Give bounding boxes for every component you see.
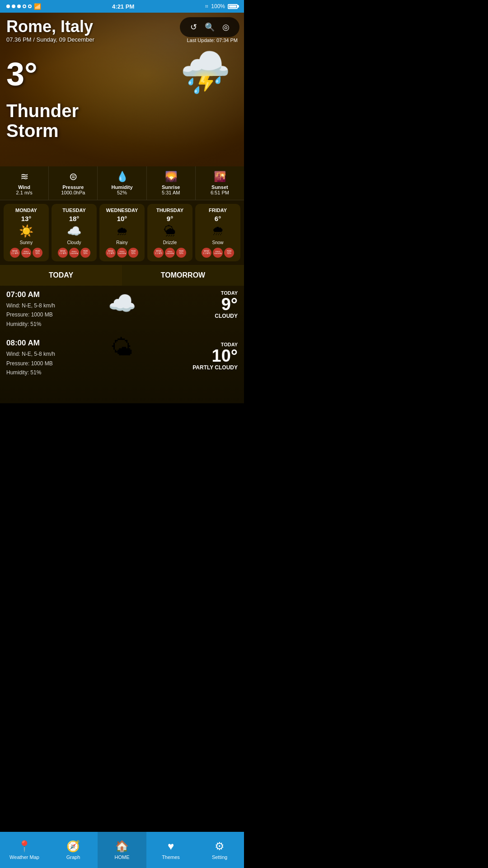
condition-display: Thunder Storm [6, 101, 79, 141]
monday-mini-stats: WIND2.1 M/S PRES1000HPA HUM52% [10, 248, 42, 258]
forecast-monday[interactable]: MONDAY 13° ☀️ Sunny WIND2.1 M/S PRES1000… [4, 204, 49, 261]
dot3 [17, 5, 21, 8]
mini-pressure: PRES1000HPA [69, 248, 79, 258]
battery-body [228, 4, 238, 9]
tab-tomorrow[interactable]: TOMORROW [122, 265, 244, 286]
mini-pressure: PRES1000HPA [165, 248, 175, 258]
right-cond-8am: PARTLY CLOUDY [192, 364, 238, 371]
tab-today[interactable]: TODAY [0, 265, 122, 286]
friday-cond: Snow [212, 240, 223, 245]
hero-section: ↺ 🔍 ◎ Last Update: 07:34 PM Rome, Italy … [0, 13, 244, 166]
friday-mini-stats: WIND2.1 M/S PRES1000HPA HUM52% [202, 248, 234, 258]
monday-cond: Sunny [20, 240, 33, 245]
tuesday-icon: ☁️ [67, 224, 81, 238]
monday-icon: ☀️ [19, 224, 33, 238]
forecast-thursday[interactable]: THURSDAY 9° 🌦 Drizzle WIND2.1 M/S PRES10… [147, 204, 192, 261]
right-cond-7am: CLOUDY [215, 313, 238, 319]
sunrise-icon: 🌄 [165, 171, 177, 183]
dot2 [12, 5, 15, 8]
forecast-friday[interactable]: FRIDAY 6° 🌨 Snow WIND2.1 M/S PRES1000HPA… [195, 204, 240, 261]
forecast-strip: MONDAY 13° ☀️ Sunny WIND2.1 M/S PRES1000… [0, 200, 244, 265]
thursday-icon: 🌦 [164, 224, 176, 238]
battery-icon [228, 4, 238, 9]
status-bar: 📶 4:21 PM ⌗ 100% [0, 0, 244, 13]
signal-dots [6, 5, 32, 8]
city-name: Rome, Italy [6, 17, 93, 36]
wifi-icon: 📶 [34, 3, 41, 10]
mini-humidity: HUM52% [224, 248, 234, 258]
tuesday-cond: Cloudy [67, 240, 81, 245]
wind-value: 2.1 m/s [16, 190, 33, 195]
wednesday-label: WEDNESDAY [106, 208, 138, 213]
friday-temp: 6° [215, 215, 221, 222]
toolbar: ↺ 🔍 ◎ [180, 17, 239, 37]
mini-wind: WIND2.1 M/S [106, 248, 116, 258]
temperature-display: 3° [6, 58, 38, 90]
status-time: 4:21 PM [112, 3, 134, 10]
hourly-sun-icon: 🌤 [111, 335, 133, 361]
humidity-value: 52% [117, 190, 127, 195]
stats-bar: ≋ Wind 2.1 m/s ⊜ Pressure 1000.0hPa 💧 Hu… [0, 166, 244, 200]
monday-temp: 13° [21, 215, 32, 222]
wind-icon: ≋ [20, 171, 28, 183]
hourly-cloud-icon: ☁️ [108, 290, 136, 316]
search-button[interactable]: 🔍 [202, 20, 217, 34]
pressure-label: Pressure [62, 184, 84, 190]
tuesday-mini-stats: WIND2.1 M/S PRES1000HPA HUM52% [58, 248, 90, 258]
dot5 [28, 5, 32, 8]
pressure-stat: ⊜ Pressure 1000.0hPa [49, 166, 98, 200]
wednesday-temp: 10° [117, 215, 127, 222]
mini-humidity: HUM52% [176, 248, 186, 258]
weather-icon: ⛈️ [180, 49, 230, 96]
thursday-temp: 9° [167, 215, 173, 222]
sunset-value: 6:51 PM [211, 190, 229, 195]
right-item-8am: TODAY 10° PARTLY CLOUDY [192, 342, 238, 371]
status-left: 📶 [6, 3, 41, 10]
city-date: 07.36 PM / Sunday, 09 December [6, 36, 94, 43]
forecast-wednesday[interactable]: WEDNESDAY 10° 🌧 Rainy WIND2.1 M/S PRES10… [99, 204, 145, 261]
sunrise-stat: 🌄 Sunrise 5:31 AM [147, 166, 196, 200]
hourly-right-panel: TODAY 9° CLOUDY TODAY 10° PARTLY CLOUDY [154, 286, 244, 403]
tuesday-label: TUESDAY [62, 208, 86, 213]
mini-pressure: PRES1000HPA [117, 248, 127, 258]
status-right: ⌗ 100% [205, 3, 238, 9]
target-button[interactable]: ◎ [219, 20, 233, 34]
humidity-label: Humidity [111, 184, 132, 190]
forecast-tuesday[interactable]: TUESDAY 18° ☁️ Cloudy WIND2.1 M/S PRES10… [52, 204, 97, 261]
thursday-mini-stats: WIND2.1 M/S PRES1000HPA HUM52% [154, 248, 186, 258]
mini-wind: WIND2.1 M/S [10, 248, 20, 258]
mini-humidity: HUM52% [80, 248, 90, 258]
right-temp-8am: 10° [192, 347, 238, 364]
thursday-cond: Drizzle [163, 240, 177, 245]
mini-wind: WIND2.1 M/S [58, 248, 68, 258]
wind-stat: ≋ Wind 2.1 m/s [0, 166, 49, 200]
day-tabs: TODAY TOMORROW [0, 265, 244, 286]
mini-pressure: PRES1000HPA [213, 248, 223, 258]
battery-percent: 100% [211, 3, 225, 9]
pressure-value: 1000.0hPa [61, 190, 85, 195]
sunset-label: Sunset [211, 184, 228, 190]
thursday-label: THURSDAY [156, 208, 183, 213]
bluetooth-icon: ⌗ [205, 3, 208, 9]
hourly-section: 07:00 AM Wind: N-E, 5-8 km/h Pressure: 1… [0, 286, 244, 403]
humidity-stat: 💧 Humidity 52% [98, 166, 146, 200]
battery-fill [229, 5, 236, 8]
wednesday-mini-stats: WIND2.1 M/S PRES1000HPA HUM52% [106, 248, 138, 258]
dot4 [23, 5, 26, 8]
mini-wind: WIND2.1 M/S [154, 248, 164, 258]
sunrise-value: 5:31 AM [162, 190, 180, 195]
sunset-icon: 🌇 [214, 171, 226, 183]
right-item-7am: TODAY 9° CLOUDY [215, 290, 238, 319]
refresh-button[interactable]: ↺ [186, 20, 201, 34]
pressure-icon: ⊜ [69, 171, 77, 183]
last-update: Last Update: 07:34 PM [187, 38, 238, 43]
mini-humidity: HUM52% [128, 248, 138, 258]
monday-label: MONDAY [15, 208, 37, 213]
friday-label: FRIDAY [209, 208, 227, 213]
humidity-icon: 💧 [116, 171, 128, 183]
wednesday-icon: 🌧 [116, 224, 128, 238]
sunrise-label: Sunrise [162, 184, 180, 190]
right-temp-7am: 9° [215, 296, 238, 313]
wednesday-cond: Rainy [116, 240, 128, 245]
mini-pressure: PRES1000HPA [21, 248, 31, 258]
